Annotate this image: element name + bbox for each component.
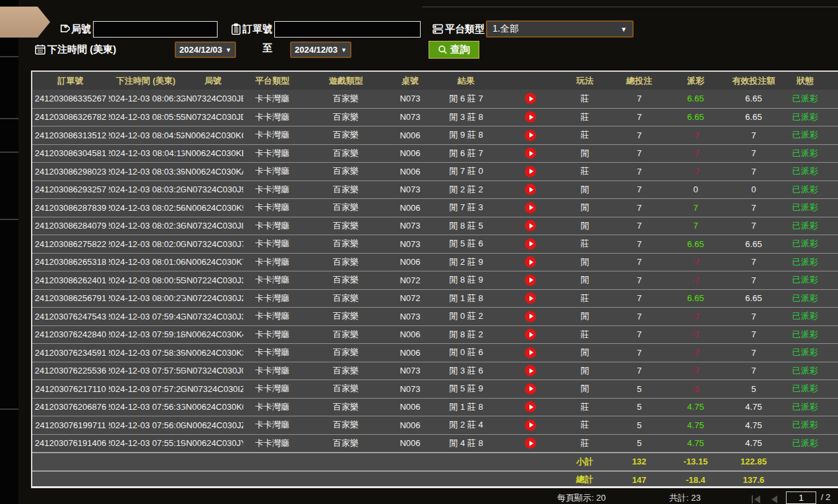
replay-icon[interactable]: [525, 166, 536, 177]
platform-type-select[interactable]: 1.全部 ▼: [486, 20, 634, 38]
cell-play: 莊: [558, 126, 611, 144]
table-row: 2412030862624012024-12-03 08:00:55GN0722…: [32, 271, 838, 289]
round-number-input[interactable]: [93, 21, 218, 38]
replay-icon[interactable]: [525, 130, 536, 141]
replay-icon[interactable]: [525, 311, 536, 322]
cell-game: 百家樂: [301, 145, 390, 163]
cell-time: 2024-12-03 08:06:32: [109, 90, 183, 108]
strip-divider: [0, 118, 18, 119]
round-number-label: 局號: [71, 23, 91, 36]
cell-valid: 7: [724, 344, 783, 362]
bet-records-screen: 局號 訂單號 平台類型 1.全部 ▼ 下注時間 (美東) 2024/12/03 …: [0, 0, 838, 504]
table-row: 2412030863352672024-12-03 08:06:32GN0732…: [32, 90, 838, 108]
cell-payout: 6.65: [667, 90, 724, 108]
col-header-bet: 總投注: [611, 72, 667, 90]
replay-icon[interactable]: [525, 347, 536, 358]
cell-platform: 卡卡灣廳: [243, 235, 301, 253]
cell-table_no: N072: [390, 271, 430, 289]
replay-icon[interactable]: [525, 111, 536, 123]
cell-replay: [502, 199, 558, 217]
cell-round: GN07224C030J2: [183, 290, 243, 308]
page-number-input[interactable]: 1: [786, 491, 816, 504]
cell-bet: 7: [611, 271, 667, 289]
cell-table_no: N073: [390, 181, 430, 199]
cell-round: GN07324C030J3: [183, 308, 243, 325]
clipboard-icon: [230, 23, 242, 35]
cell-status: 已派彩: [783, 126, 827, 144]
cell-table_no: N006: [390, 399, 430, 416]
cell-valid: 6.65: [724, 290, 783, 308]
replay-icon[interactable]: [525, 293, 536, 304]
replay-icon[interactable]: [525, 148, 536, 159]
cell-result: 閒 8 莊 5: [430, 217, 502, 235]
cell-platform: 卡卡灣廳: [243, 326, 301, 344]
cell-extra: [827, 181, 838, 199]
first-page-icon[interactable]: [752, 495, 753, 503]
replay-icon[interactable]: [525, 401, 536, 412]
cell-round: GN00624C030KA: [183, 163, 243, 181]
replay-icon[interactable]: [525, 220, 536, 231]
cell-play: 閒: [558, 181, 611, 199]
search-button[interactable]: 查詢: [429, 41, 479, 59]
order-number-input[interactable]: [274, 21, 421, 38]
table-row: 2412030862980232024-12-03 08:03:39GN0062…: [32, 162, 838, 181]
replay-icon[interactable]: [525, 365, 536, 376]
replay-icon[interactable]: [525, 420, 536, 431]
cell-game: 百家樂: [301, 271, 390, 289]
cell-round: GN07324C030JD: [183, 109, 243, 126]
cell-extra: [827, 290, 838, 308]
replay-icon[interactable]: [525, 238, 536, 250]
replay-icon[interactable]: [525, 256, 536, 267]
cell-replay: [502, 362, 558, 380]
table-row: 2412030862840792024-12-03 08:02:36GN0732…: [32, 217, 838, 235]
cell-table_no: N006: [390, 326, 430, 344]
cell-time: 2024-12-03 07:58:39: [109, 344, 183, 362]
replay-icon[interactable]: [525, 437, 536, 449]
search-icon: [438, 45, 448, 55]
cell-bet: 7: [611, 290, 667, 308]
replay-icon[interactable]: [525, 275, 536, 286]
cell-table_no: N006: [390, 199, 430, 217]
col-header-table_no: 桌號: [390, 72, 430, 90]
cell-round: GN00624C030K0: [183, 399, 243, 416]
cell-platform: 卡卡灣廳: [243, 399, 301, 416]
replay-icon[interactable]: [525, 184, 536, 195]
cell-time: 2024-12-03 08:05:55: [109, 109, 183, 126]
cell-game: 百家樂: [301, 326, 390, 344]
cell-game: 百家樂: [301, 290, 390, 308]
left-edge-strip: [0, 0, 18, 504]
previous-page-icon[interactable]: [771, 495, 777, 503]
cell-bet: 7: [611, 344, 667, 362]
cell-platform: 卡卡灣廳: [243, 90, 301, 108]
subtotal-bet: 132: [611, 457, 667, 466]
cell-play: 閒: [558, 362, 611, 380]
cell-play: 莊: [558, 163, 611, 181]
date-to-select[interactable]: 2024/12/03 ▼: [290, 42, 351, 58]
cell-valid: 5: [724, 380, 783, 398]
total-row: 總計 147 -18.4 137.6: [32, 470, 838, 489]
first-page-icon[interactable]: [754, 495, 760, 503]
replay-icon[interactable]: [525, 202, 536, 213]
cell-payout: 4.75: [667, 435, 724, 453]
date-from-select[interactable]: 2024/12/03 ▼: [175, 42, 236, 58]
cell-order: 241203076247543: [32, 308, 109, 325]
cell-payout: -5: [667, 380, 724, 398]
chevron-down-icon: ▼: [620, 26, 627, 33]
cell-round: GN00624C030KB: [183, 145, 243, 163]
cell-result: 閒 3 莊 6: [430, 362, 502, 380]
cell-bet: 7: [611, 126, 667, 144]
cell-valid: 7: [724, 126, 783, 144]
tan-ribbon-pointer: [0, 7, 50, 38]
cell-round: GN00624C030KC: [183, 126, 243, 144]
order-number-label: 訂單號: [243, 23, 272, 36]
replay-icon[interactable]: [525, 329, 536, 340]
cell-result: 閒 7 莊 3: [430, 199, 502, 217]
cell-time: 2024-12-03 07:57:20: [109, 380, 183, 398]
cell-platform: 卡卡灣廳: [243, 163, 301, 181]
table-row: 2412030862653182024-12-03 08:01:06GN0062…: [32, 253, 838, 271]
cell-valid: 7: [724, 145, 783, 163]
replay-icon[interactable]: [525, 383, 536, 395]
replay-icon[interactable]: [525, 93, 536, 104]
cell-platform: 卡卡灣廳: [243, 254, 301, 271]
cell-order: 241203086265318: [32, 254, 109, 271]
